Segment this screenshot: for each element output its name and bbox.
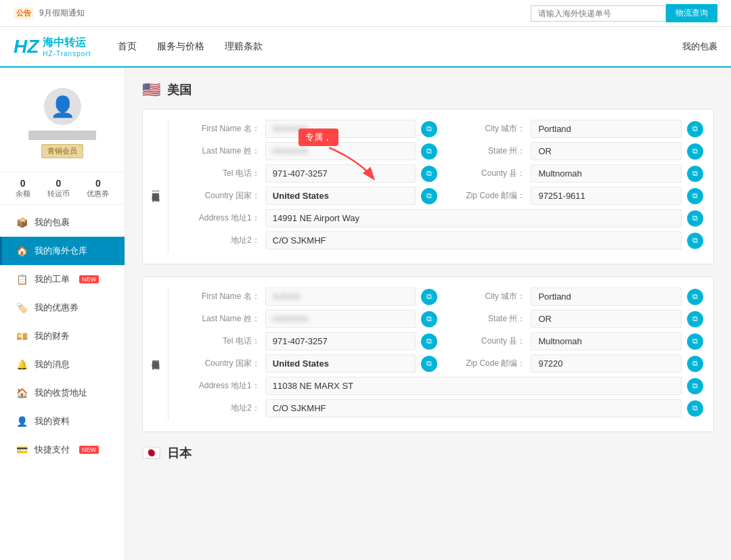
- col-tel-1: Tel 电话： 971-407-3257 ⧉: [179, 164, 438, 187]
- country-value-2: United States: [265, 354, 416, 373]
- stat-coupons-value: 0: [95, 178, 101, 189]
- lastname-copy-btn-1[interactable]: ⧉: [421, 143, 437, 160]
- address1-row-1: Address 地址1： 14991 NE Airport Way ⧉: [179, 209, 703, 227]
- row-name-city-1: First Name 名： SXXXXX ⧉ City 城市： Portland…: [179, 120, 703, 142]
- address1-copy-btn-2[interactable]: ⧉: [687, 378, 703, 394]
- row-tel-county-1: Tel 电话： 971-407-3257 ⧉ County 县： Multnom…: [179, 164, 703, 187]
- orders-new-badge: NEW: [79, 275, 99, 283]
- country-row-1: Country 国家： United States ⧉: [179, 187, 438, 205]
- username-bar: [28, 131, 96, 140]
- header: HZ 海中转运 HZ-Transport 首页 服务与价格 理赔条款 我的包裹: [0, 27, 731, 68]
- sidebar-item-my-coupons[interactable]: 🏷️ 我的优惠券: [0, 294, 125, 322]
- japan-section-header: 🇯🇵 日本: [142, 444, 714, 462]
- county-value-2: Multnomah: [531, 332, 682, 350]
- state-copy-btn-1[interactable]: ⧉: [687, 143, 703, 160]
- firstname-copy-btn-1[interactable]: ⧉: [421, 121, 437, 137]
- col-country-2: Country 国家： United States ⧉: [179, 354, 438, 377]
- sidebar-menu: 📦 我的包裹 🏠 我的海外仓库 📋 我的工单 NEW 🏷️ 我的优惠券 💴 我的…: [0, 208, 125, 464]
- avatar: 👤: [44, 88, 81, 125]
- col-state-1: State 州： OR ⧉: [444, 142, 703, 164]
- logo-cn: 海中转运: [43, 36, 91, 50]
- state-copy-btn-2[interactable]: ⧉: [687, 311, 703, 327]
- row-lastname-state-1: Last Name 姓： HXXXXX ⧉ State 州： OR ⧉: [179, 142, 703, 164]
- sidebar-item-my-messages[interactable]: 🔔 我的消息: [0, 350, 125, 379]
- quickpay-new-badge: NEW: [79, 446, 99, 454]
- finance-icon: 💴: [16, 330, 28, 342]
- stat-coins: 0 转运币: [47, 178, 70, 199]
- tel-label-1: Tel 电话：: [179, 168, 260, 179]
- sidebar-item-my-finance[interactable]: 💴 我的财务: [0, 322, 125, 350]
- city-value-2: Portland: [531, 287, 682, 306]
- country-label-2: Country 国家：: [179, 358, 260, 369]
- stat-coins-label: 转运币: [47, 189, 70, 199]
- country-row-2: Country 国家： United States ⧉: [179, 354, 438, 373]
- sidebar-label-my-package: 我的包裹: [35, 216, 70, 229]
- user-avatar-area: 👤 青铜会员: [0, 81, 125, 168]
- sidebar-item-my-orders[interactable]: 📋 我的工单 NEW: [0, 265, 125, 294]
- col-firstname-2: First Name 名： SJXXX ⧉: [179, 287, 438, 310]
- lastname-value-2: HXXXXX: [265, 310, 416, 328]
- tel-copy-btn-2[interactable]: ⧉: [421, 333, 437, 350]
- us-section-title: 美国: [167, 82, 192, 98]
- lastname-copy-btn-2[interactable]: ⧉: [421, 311, 437, 327]
- col-zip-2: Zip Code 邮编： 97220 ⧉: [444, 354, 703, 377]
- address2-label-2: 地址2：: [179, 402, 260, 414]
- warehouse-card-2: 美国俄勒冈仓库二 First Name 名： SJXXX ⧉ City 城市：: [142, 277, 714, 432]
- sidebar-item-my-profile[interactable]: 👤 我的资料: [0, 407, 125, 436]
- city-label-1: City 城市：: [444, 123, 525, 135]
- row-lastname-state-2: Last Name 姓： HXXXXX ⧉ State 州： OR ⧉: [179, 310, 703, 332]
- tel-copy-btn-1[interactable]: ⧉: [421, 166, 437, 182]
- address2-label-1: 地址2：: [179, 235, 260, 246]
- county-copy-btn-2[interactable]: ⧉: [687, 333, 703, 350]
- sidebar-item-quick-pay[interactable]: 💳 快捷支付 NEW: [0, 436, 125, 464]
- country-copy-btn-1[interactable]: ⧉: [421, 188, 437, 204]
- tel-value-2: 971-407-3257: [265, 332, 416, 350]
- package-icon: 📦: [16, 216, 28, 229]
- tel-label-2: Tel 电话：: [179, 335, 260, 347]
- nav-claims[interactable]: 理赔条款: [225, 37, 263, 56]
- row-name-city-2: First Name 名： SJXXX ⧉ City 城市： Portland …: [179, 287, 703, 310]
- warehouse-label-2: 美国俄勒冈仓库二: [143, 287, 169, 421]
- nav-services[interactable]: 服务与价格: [157, 37, 204, 56]
- zip-copy-btn-2[interactable]: ⧉: [687, 356, 703, 372]
- address1-copy-btn-1[interactable]: ⧉: [687, 210, 703, 227]
- lastname-label-1: Last Name 姓：: [179, 145, 260, 157]
- stat-balance-label: 余额: [16, 189, 30, 199]
- nav-home[interactable]: 首页: [118, 37, 137, 56]
- zip-copy-btn-1[interactable]: ⧉: [687, 188, 703, 204]
- sidebar-label-my-warehouse: 我的海外仓库: [35, 245, 87, 257]
- firstname-value-1: SXXXXX: [265, 120, 416, 138]
- address-fields-2: First Name 名： SJXXX ⧉ City 城市： Portland …: [169, 287, 713, 421]
- zip-value-1: 97251-9611: [531, 187, 682, 205]
- tracking-search-input[interactable]: [531, 5, 666, 22]
- stat-coupons: 0 优惠券: [87, 178, 109, 199]
- county-row-1: County 县： Multnomah ⧉: [444, 164, 703, 183]
- logo-text: 海中转运 HZ-Transport: [43, 36, 91, 57]
- japan-flag-icon: 🇯🇵: [142, 444, 160, 462]
- address2-copy-btn-1[interactable]: ⧉: [687, 233, 703, 249]
- annotation-bubble: 专属，: [298, 129, 338, 146]
- my-package-link[interactable]: 我的包裹: [682, 41, 717, 53]
- city-copy-btn-1[interactable]: ⧉: [687, 121, 703, 137]
- address1-value-2: 11038 NE MARX ST: [265, 377, 682, 395]
- address-icon: 🏠: [16, 387, 28, 399]
- announcement-text: 9月假期通知: [39, 7, 85, 19]
- sidebar-item-my-package[interactable]: 📦 我的包裹: [0, 208, 125, 237]
- city-copy-btn-2[interactable]: ⧉: [687, 289, 703, 305]
- address2-copy-btn-2[interactable]: ⧉: [687, 400, 703, 417]
- sidebar-item-my-warehouse[interactable]: 🏠 我的海外仓库: [0, 237, 125, 265]
- top-bar: 公告 9月假期通知 物流查询: [0, 0, 731, 27]
- state-label-2: State 州：: [444, 313, 525, 325]
- county-label-2: County 县：: [444, 335, 525, 347]
- logo-hz: HZ: [14, 36, 39, 57]
- address1-row-2: Address 地址1： 11038 NE MARX ST ⧉: [179, 377, 703, 395]
- sidebar-label-quick-pay: 快捷支付: [35, 444, 70, 456]
- sidebar-label-my-coupons: 我的优惠券: [35, 302, 79, 314]
- firstname-copy-btn-2[interactable]: ⧉: [421, 289, 437, 305]
- sidebar-item-my-address[interactable]: 🏠 我的收货地址: [0, 379, 125, 407]
- country-copy-btn-2[interactable]: ⧉: [421, 356, 437, 372]
- quickpay-icon: 💳: [16, 444, 28, 456]
- city-row-2: City 城市： Portland ⧉: [444, 287, 703, 306]
- county-copy-btn-1[interactable]: ⧉: [687, 166, 703, 182]
- tracking-search-button[interactable]: 物流查询: [666, 4, 717, 22]
